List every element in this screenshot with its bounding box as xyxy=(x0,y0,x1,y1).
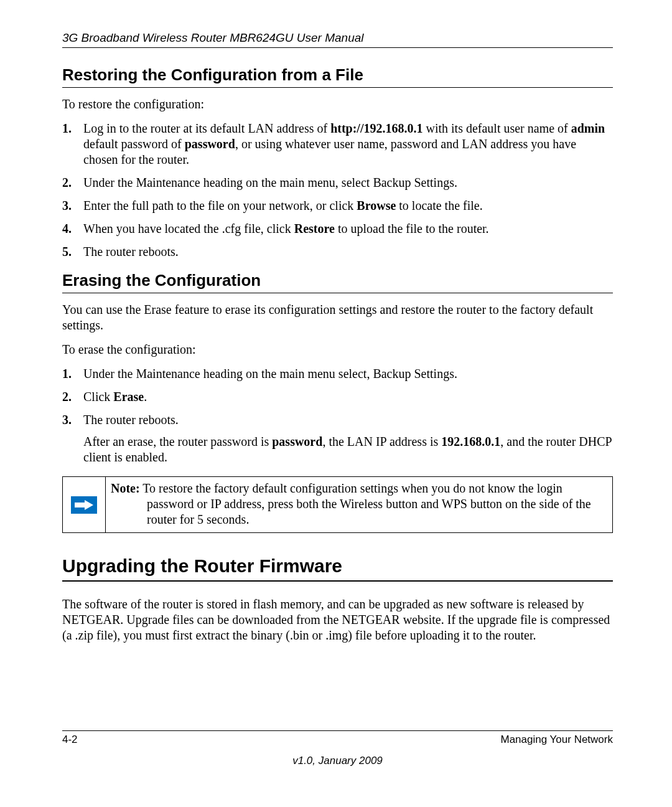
step-item: Enter the full path to the file on your … xyxy=(62,198,613,214)
step-item: The router reboots. xyxy=(62,244,613,260)
page-footer: 4-2 Managing Your Network v1.0, January … xyxy=(62,730,613,767)
version-line: v1.0, January 2009 xyxy=(62,755,613,767)
step-text: Under the Maintenance heading on the mai… xyxy=(83,367,457,380)
intro-paragraph: You can use the Erase feature to erase i… xyxy=(62,302,613,333)
major-rule xyxy=(62,580,613,582)
svg-marker-0 xyxy=(75,500,93,510)
bold-text: Restore xyxy=(294,222,335,235)
step-text: , the LAN IP address is xyxy=(322,435,441,448)
step-item: Log in to the router at its default LAN … xyxy=(62,121,613,168)
chapter-title: Managing Your Network xyxy=(500,734,613,746)
manual-page: 3G Broadband Wireless Router MBR624GU Us… xyxy=(0,0,672,792)
bold-text: Browse xyxy=(357,199,396,212)
step-text: default password of xyxy=(83,137,185,151)
steps-list-erasing: Under the Maintenance heading on the mai… xyxy=(62,366,613,465)
body-paragraph: The software of the router is stored in … xyxy=(62,597,613,643)
steps-list-restoring: Log in to the router at its default LAN … xyxy=(62,121,613,260)
section-rule xyxy=(62,87,613,88)
note-label: Note: xyxy=(111,481,140,495)
header-rule xyxy=(62,47,613,48)
step-sub-paragraph: After an erase, the router password is p… xyxy=(83,434,613,465)
intro-paragraph: To restore the configuration: xyxy=(62,97,613,112)
arrow-right-icon xyxy=(71,496,97,514)
running-header: 3G Broadband Wireless Router MBR624GU Us… xyxy=(62,31,613,45)
bold-text: 192.168.0.1 xyxy=(441,435,500,448)
step-text: with its default user name of xyxy=(422,121,571,135)
step-item: Under the Maintenance heading on the mai… xyxy=(62,366,613,382)
step-text: . xyxy=(144,390,147,404)
step-text: Click xyxy=(83,390,113,404)
bold-text: password xyxy=(272,435,322,448)
step-text: The router reboots. xyxy=(83,245,179,258)
footer-rule xyxy=(62,730,613,731)
step-text: Log in to the router at its default LAN … xyxy=(83,121,330,135)
note-icon-cell xyxy=(63,477,106,532)
bold-text: Erase xyxy=(113,390,144,404)
step-text: Under the Maintenance heading on the mai… xyxy=(83,176,457,189)
bold-text: http://192.168.0.1 xyxy=(330,121,422,135)
step-item: Under the Maintenance heading on the mai… xyxy=(62,175,613,191)
bold-text: password xyxy=(185,137,235,151)
page-number: 4-2 xyxy=(62,734,78,746)
section-rule xyxy=(62,293,613,293)
step-text: When you have located the .cfg file, cli… xyxy=(83,222,294,235)
note-box: Note: To restore the factory default con… xyxy=(62,476,613,533)
section-title-upgrading: Upgrading the Router Firmware xyxy=(62,555,613,577)
step-item: Click Erase. xyxy=(62,389,613,405)
step-text: to locate the file. xyxy=(396,199,482,212)
section-title-restoring: Restoring the Configuration from a File xyxy=(62,65,613,85)
section-title-erasing: Erasing the Configuration xyxy=(62,271,613,290)
step-item: When you have located the .cfg file, cli… xyxy=(62,221,613,237)
step-item: The router reboots. After an erase, the … xyxy=(62,412,613,465)
step-text: to upload the file to the router. xyxy=(335,222,489,235)
step-text: After an erase, the router password is xyxy=(83,435,272,448)
note-text: Note: To restore the factory default con… xyxy=(106,477,612,532)
step-text: Enter the full path to the file on your … xyxy=(83,199,357,212)
intro-paragraph: To erase the configuration: xyxy=(62,342,613,357)
note-body: To restore the factory default configura… xyxy=(140,481,591,526)
step-text: The router reboots. xyxy=(83,413,179,427)
bold-text: admin xyxy=(571,121,605,135)
